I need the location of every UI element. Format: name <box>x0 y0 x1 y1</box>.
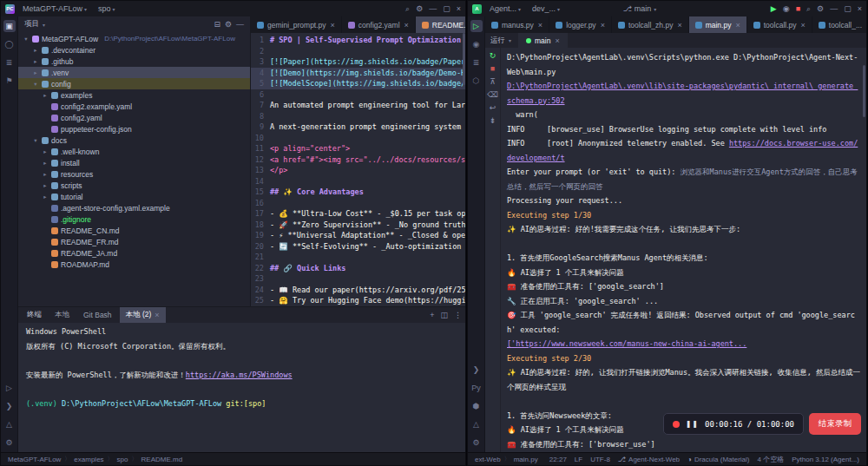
minimize-icon[interactable]: — <box>830 5 838 13</box>
run-config-widget[interactable]: spo ▾ <box>95 3 119 14</box>
chevron-down-icon[interactable]: ▾ <box>32 81 39 88</box>
tree-item[interactable]: .gitignore <box>18 213 250 225</box>
project-tool-icon[interactable]: ▣ <box>3 20 16 32</box>
status-item[interactable]: 4 个空格 <box>758 455 785 464</box>
tree-item[interactable]: ▸install <box>18 157 250 168</box>
panel-options-icon[interactable]: ⚙ <box>225 21 232 29</box>
debug-icon[interactable]: ◉ <box>783 5 790 13</box>
terminal-tab[interactable]: 本地 (2)× <box>120 307 166 323</box>
chevron-right-icon[interactable]: ▸ <box>42 148 49 155</box>
editor-tab-active[interactable]: main.py× <box>689 16 747 33</box>
tree-item[interactable]: ▾docs <box>18 135 250 146</box>
search-icon[interactable]: ⌕ <box>405 5 410 13</box>
status-item[interactable]: UTF-8 <box>590 456 610 463</box>
structure-tool-icon[interactable]: ≣ <box>470 56 483 69</box>
breadcrumb-item[interactable]: spo <box>117 456 128 463</box>
editor-tab[interactable]: toolcall.py× <box>747 16 812 33</box>
close-icon[interactable]: × <box>155 311 159 319</box>
run-tool-icon[interactable]: ▷ <box>470 20 483 32</box>
rerun-icon[interactable]: ↻ <box>490 52 496 60</box>
close-icon[interactable]: × <box>555 36 559 45</box>
close-icon[interactable]: × <box>677 21 681 30</box>
hide-panel-icon[interactable]: — <box>236 21 244 29</box>
split-terminal-icon[interactable]: ◫ <box>440 312 448 319</box>
maximize-icon[interactable]: ▢ <box>443 5 450 13</box>
scroll-end-icon[interactable]: ⇟ <box>490 117 496 125</box>
pin-icon[interactable]: ⊼ <box>490 78 496 86</box>
run-tab-main[interactable]: main × <box>518 33 568 48</box>
tree-item[interactable]: config2.yaml <box>18 112 250 123</box>
right-titlebar[interactable]: A Agent... ▾ dev_... ▾ ⎇ main ▾ ▶◉■⌕⚙—▢× <box>468 1 866 16</box>
chevron-right-icon[interactable]: ▸ <box>42 171 49 178</box>
run-console-output[interactable]: D:\PythonProject\AgentLab\.venv\Scripts\… <box>501 48 866 452</box>
settings-tool-icon[interactable]: ⚙ <box>3 436 16 449</box>
soft-wrap-icon[interactable]: ↩ <box>490 104 496 112</box>
close-icon[interactable]: × <box>601 21 605 30</box>
chevron-right-icon[interactable]: ▸ <box>42 182 49 189</box>
terminal-output[interactable]: Windows PowerShell版权所有 (C) Microsoft Cor… <box>18 323 465 452</box>
tree-item[interactable]: ▸.github <box>18 56 250 67</box>
stop-recording-button[interactable]: 结束录制 <box>809 413 861 435</box>
scrollbar[interactable] <box>863 65 865 117</box>
commit-tool-icon[interactable]: ◯ <box>3 38 16 50</box>
terminal-tab[interactable]: 本地 <box>49 307 76 323</box>
breadcrumb-item[interactable]: main.py <box>514 456 538 463</box>
problems-tool-icon[interactable]: △ <box>3 418 16 430</box>
tree-item[interactable]: ▾MetaGPT-AFLowD:\PythonProject\AFLow\Met… <box>18 33 250 44</box>
tree-item[interactable]: config2.example.yaml <box>18 101 250 112</box>
problems-tool-icon[interactable]: △ <box>470 418 483 430</box>
vcs-widget[interactable]: ⎇ main ▾ <box>622 4 656 13</box>
close-icon[interactable]: × <box>538 21 542 30</box>
minimize-icon[interactable]: — <box>429 5 437 13</box>
editor-tab[interactable]: toolcall_zh.py× <box>612 16 689 33</box>
tree-item[interactable]: README_JA.md <box>18 247 250 259</box>
status-item[interactable]: 22:27 <box>549 456 567 463</box>
tree-item[interactable]: ▸examples <box>18 89 250 101</box>
project-widget[interactable]: MetaGPT-AFLow ▾ <box>19 3 90 14</box>
close-icon[interactable]: × <box>801 21 806 30</box>
scrollbar[interactable] <box>463 33 465 85</box>
breadcrumb-item[interactable]: MetaGPT-AFLow <box>8 456 61 463</box>
tree-item[interactable]: README_CN.md <box>18 225 250 236</box>
editor-tab[interactable]: toolcall_...× <box>812 16 866 33</box>
tree-item[interactable]: README_FR.md <box>18 236 250 247</box>
run-tool-icon[interactable]: ▷ <box>3 382 16 394</box>
tree-item[interactable]: puppeteer-config.json <box>18 123 250 135</box>
editor-tab[interactable]: gemini_prompt.py× <box>251 16 342 33</box>
chevron-right-icon[interactable]: ▸ <box>32 69 39 76</box>
chevron-right-icon[interactable]: ▸ <box>32 47 39 54</box>
settings-tool-icon[interactable]: ⚙ <box>470 436 483 449</box>
secondary-widget[interactable]: dev_... ▾ <box>529 3 563 14</box>
services-tool-icon[interactable]: ⬡ <box>470 75 483 87</box>
status-item[interactable]: ⎇Agent-Next-Web <box>618 456 680 463</box>
debug-tool-icon[interactable]: ◉ <box>470 38 483 50</box>
chevron-right-icon[interactable]: ▸ <box>42 92 49 99</box>
editor-tab[interactable]: manus.py× <box>485 16 549 33</box>
python-console-tool-icon[interactable]: Py <box>470 382 483 394</box>
tree-item[interactable]: ▸.venv <box>18 67 250 78</box>
packages-tool-icon[interactable]: ⬢ <box>470 400 483 412</box>
close-icon[interactable]: × <box>858 5 862 13</box>
play-icon[interactable]: ▶ <box>771 5 777 13</box>
breadcrumb-item[interactable]: README.md <box>141 456 183 463</box>
status-item[interactable]: LF <box>575 456 582 463</box>
maximize-icon[interactable]: ▢ <box>844 5 852 13</box>
close-icon[interactable]: × <box>735 21 740 30</box>
editor-code[interactable]: 1# SPO | Self-Supervised Prompt Optimiza… <box>251 33 465 306</box>
breadcrumb-item[interactable]: examples <box>74 456 103 463</box>
chevron-down-icon[interactable]: ▾ <box>43 22 45 28</box>
new-terminal-icon[interactable]: + <box>430 312 434 319</box>
more-options-icon[interactable]: ⋮ <box>454 312 462 319</box>
tree-item[interactable]: .agent-store-config.yaml.example <box>18 202 250 213</box>
tree-item[interactable]: ▸.devcontainer <box>18 44 250 56</box>
stop-icon[interactable]: ■ <box>796 5 800 13</box>
tree-item[interactable]: ▾config <box>18 78 250 89</box>
settings-icon[interactable]: ⚙ <box>817 5 824 13</box>
terminal-tab[interactable]: Git Bash <box>77 307 118 323</box>
tree-item[interactable]: ▸tutorial <box>18 191 250 202</box>
chevron-right-icon[interactable]: ▸ <box>42 194 49 200</box>
editor-tab[interactable]: config2.yaml× <box>342 16 416 33</box>
chevron-right-icon[interactable]: ▸ <box>32 58 39 65</box>
close-icon[interactable]: × <box>331 21 335 30</box>
status-item[interactable]: ◑Dracula (Material) <box>687 456 749 463</box>
